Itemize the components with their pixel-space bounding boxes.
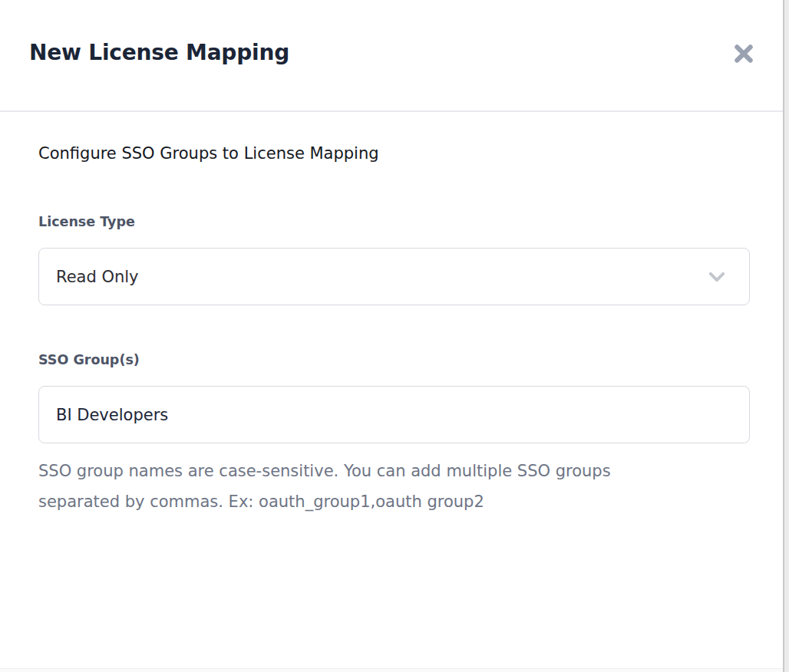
license-type-select[interactable]: Read Only xyxy=(38,248,750,305)
modal-title: New License Mapping xyxy=(29,40,289,65)
sso-groups-label: SSO Group(s) xyxy=(38,352,140,367)
x-icon xyxy=(731,41,756,68)
license-type-selected-value: Read Only xyxy=(56,268,139,286)
new-license-mapping-modal: New License Mapping Configure SSO Groups… xyxy=(0,0,789,672)
backdrop-right-strip xyxy=(783,0,789,672)
modal-body: Configure SSO Groups to License Mapping … xyxy=(0,114,783,667)
sso-groups-helper-text: SSO group names are case-sensitive. You … xyxy=(38,456,714,517)
close-button[interactable] xyxy=(729,40,758,69)
modal-header: New License Mapping xyxy=(0,0,783,112)
chevron-down-icon xyxy=(706,266,728,288)
sso-groups-input[interactable] xyxy=(38,386,750,443)
modal-bottom-edge xyxy=(0,668,783,672)
license-type-label: License Type xyxy=(38,214,135,229)
config-heading: Configure SSO Groups to License Mapping xyxy=(38,144,379,163)
helper-line-2: separated by commas. Ex: oauth_group1,oa… xyxy=(38,486,714,517)
helper-line-1: SSO group names are case-sensitive. You … xyxy=(38,456,714,486)
